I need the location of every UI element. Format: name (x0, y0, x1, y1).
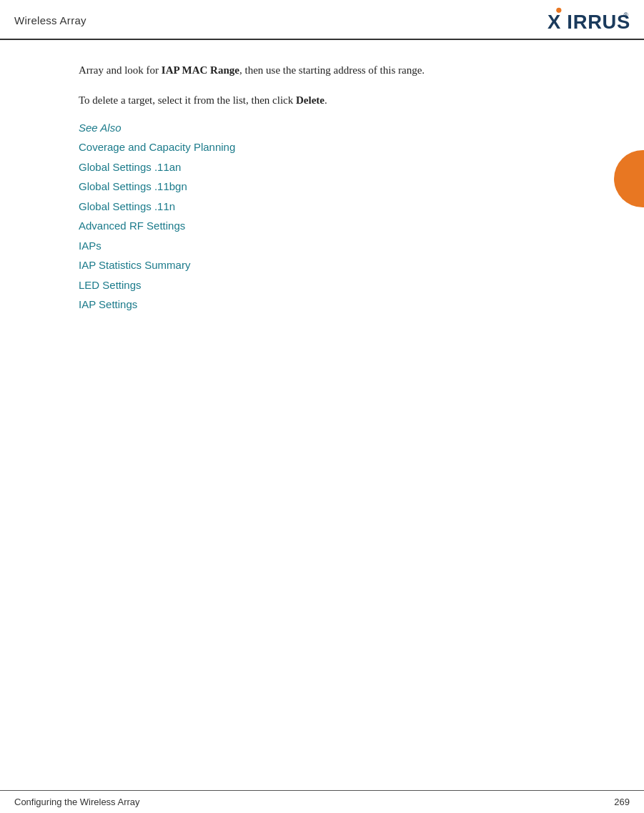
paragraph-1: Array and look for IAP MAC Range, then u… (79, 61, 587, 79)
iap-mac-range-label: IAP MAC Range (162, 64, 239, 76)
paragraph-1-prefix: Array and look for (79, 64, 162, 76)
list-item: Coverage and Capacity Planning (79, 138, 587, 157)
footer-left: Configuring the Wireless Array (14, 797, 140, 807)
svg-text:X: X (548, 11, 561, 33)
list-item: IAPs (79, 237, 587, 255)
paragraph-2-suffix: . (325, 94, 327, 106)
see-also-link-8[interactable]: IAP Settings (79, 298, 137, 310)
delete-label: Delete (296, 94, 325, 106)
list-item: IAP Settings (79, 295, 587, 314)
page-footer: Configuring the Wireless Array 269 (0, 790, 644, 813)
see-also-link-1[interactable]: Global Settings .11an (79, 161, 181, 173)
svg-text:®: ® (623, 11, 628, 19)
paragraph-1-middle: , then use the starting address of this … (239, 64, 425, 76)
see-also-link-3[interactable]: Global Settings .11n (79, 200, 175, 212)
paragraph-2-prefix: To delete a target, select it from the l… (79, 94, 296, 106)
see-also-list: Coverage and Capacity PlanningGlobal Set… (79, 138, 587, 314)
footer-page-number: 269 (614, 797, 630, 807)
header-title: Wireless Array (14, 14, 86, 26)
list-item: LED Settings (79, 276, 587, 295)
paragraph-2: To delete a target, select it from the l… (79, 92, 587, 109)
list-item: Global Settings .11n (79, 197, 587, 216)
svg-text:IRRUS: IRRUS (567, 11, 630, 33)
see-also-link-5[interactable]: IAPs (79, 240, 101, 252)
see-also-link-7[interactable]: LED Settings (79, 279, 142, 291)
see-also-link-2[interactable]: Global Settings .11bgn (79, 180, 187, 192)
list-item: Global Settings .11an (79, 158, 587, 177)
see-also-label: See Also (79, 122, 587, 134)
see-also-link-4[interactable]: Advanced RF Settings (79, 220, 185, 232)
list-item: Advanced RF Settings (79, 217, 587, 235)
xirrus-logo: X IRRUS ® (548, 7, 630, 33)
see-also-link-6[interactable]: IAP Statistics Summary (79, 259, 190, 271)
logo-container: X IRRUS ® (548, 7, 630, 33)
list-item: IAP Statistics Summary (79, 256, 587, 275)
main-content: Array and look for IAP MAC Range, then u… (0, 40, 644, 350)
list-item: Global Settings .11bgn (79, 177, 587, 196)
page-header: Wireless Array X IRRUS ® (0, 0, 644, 40)
see-also-link-0[interactable]: Coverage and Capacity Planning (79, 141, 235, 153)
